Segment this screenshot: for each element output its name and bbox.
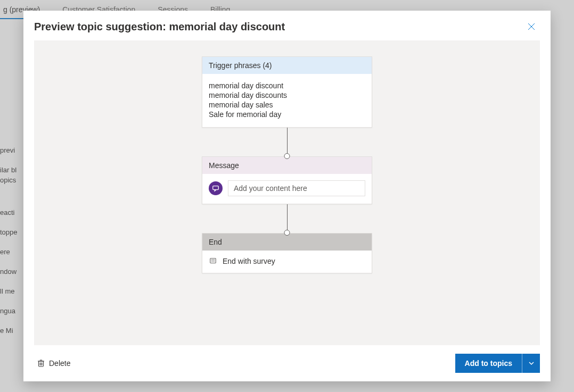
add-to-topics-split[interactable] — [522, 354, 540, 373]
add-to-topics-label[interactable]: Add to topics — [455, 354, 522, 373]
connector — [287, 204, 288, 233]
end-action-label: End with survey — [223, 257, 275, 265]
trigger-phrase: Sale for memorial day — [209, 110, 365, 119]
trigger-header: Trigger phrases (4) — [202, 57, 372, 74]
message-node[interactable]: Message Add your content here — [202, 156, 372, 204]
flow-canvas[interactable]: Trigger phrases (4) memorial day discoun… — [34, 40, 540, 345]
chevron-down-icon — [528, 360, 535, 366]
end-header: End — [202, 233, 372, 251]
trigger-phrase: memorial day discounts — [209, 91, 365, 99]
modal-title: Preview topic suggestion: memorial day d… — [34, 21, 285, 33]
trigger-node[interactable]: Trigger phrases (4) memorial day discoun… — [202, 56, 372, 128]
modal-footer: Delete Add to topics — [23, 345, 551, 381]
message-header: Message — [202, 157, 372, 174]
connector — [287, 128, 288, 156]
delete-label: Delete — [49, 359, 70, 368]
message-content-input[interactable]: Add your content here — [228, 180, 365, 196]
close-icon — [528, 23, 535, 30]
close-button[interactable] — [523, 18, 540, 35]
delete-button[interactable]: Delete — [34, 357, 73, 370]
add-to-topics-button[interactable]: Add to topics — [455, 354, 540, 373]
trigger-phrase: memorial day sales — [209, 101, 365, 109]
end-body: End with survey — [202, 251, 372, 273]
end-node[interactable]: End End with survey — [202, 233, 372, 273]
preview-topic-modal: Preview topic suggestion: memorial day d… — [23, 11, 551, 381]
modal-header: Preview topic suggestion: memorial day d… — [23, 11, 551, 40]
svg-rect-2 — [213, 186, 219, 190]
trigger-body: memorial day discount memorial day disco… — [202, 74, 372, 127]
message-body: Add your content here — [202, 174, 372, 204]
trash-icon — [37, 359, 45, 368]
chat-icon — [209, 181, 223, 195]
flow-column: Trigger phrases (4) memorial day discoun… — [202, 56, 372, 273]
survey-icon — [209, 257, 217, 265]
trigger-phrase: memorial day discount — [209, 81, 365, 90]
svg-rect-3 — [210, 258, 216, 263]
